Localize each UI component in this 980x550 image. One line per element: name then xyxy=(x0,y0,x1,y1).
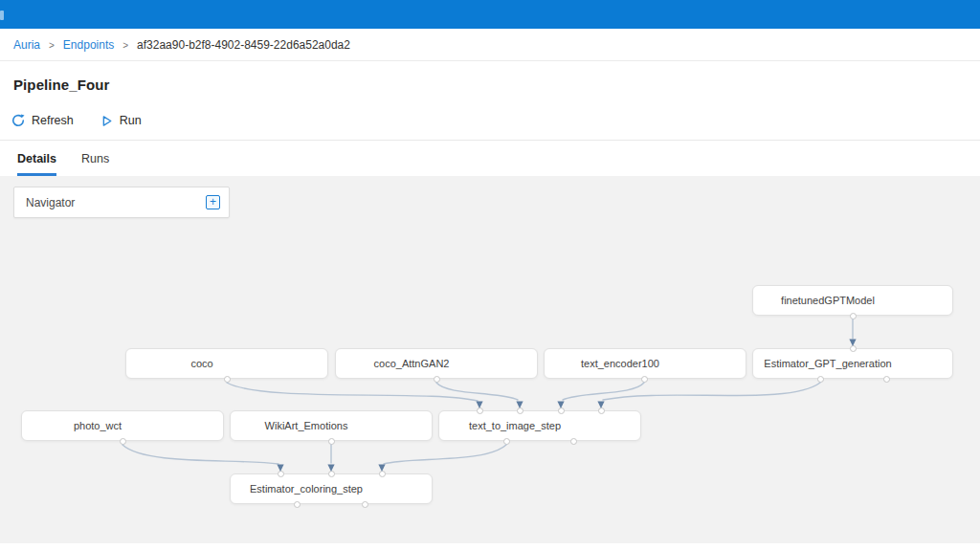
tab-bar: Details Runs xyxy=(0,141,980,176)
node-label: WikiArt_Emotions xyxy=(265,420,348,431)
node-label: text_to_image_step xyxy=(469,420,561,431)
node-coco-attngan2[interactable]: coco_AttnGAN2 xyxy=(335,348,538,379)
app-titlebar xyxy=(0,0,980,29)
breadcrumb-link-auria[interactable]: Auria xyxy=(13,38,40,52)
node-finetunedgptmodel[interactable]: finetunedGPTModel xyxy=(752,285,953,316)
navigator-expand-icon[interactable]: + xyxy=(206,195,220,209)
node-photo-wct[interactable]: photo_wct xyxy=(21,410,224,441)
port xyxy=(817,376,824,383)
node-coco[interactable]: coco xyxy=(125,348,328,379)
refresh-icon xyxy=(11,114,25,127)
refresh-label: Refresh xyxy=(32,114,74,127)
run-label: Run xyxy=(120,114,142,127)
port xyxy=(850,345,857,352)
port xyxy=(294,501,301,508)
node-label: coco_AttnGAN2 xyxy=(374,358,450,369)
node-estimator-coloring-step[interactable]: Estimator_coloring_step xyxy=(230,473,433,504)
port xyxy=(224,376,231,383)
port xyxy=(120,438,126,445)
port xyxy=(517,407,523,414)
port xyxy=(362,501,368,508)
node-label: Estimator_coloring_step xyxy=(250,483,363,495)
port xyxy=(328,471,335,477)
port xyxy=(598,407,605,414)
node-text-encoder100[interactable]: text_encoder100 xyxy=(544,348,746,379)
port xyxy=(570,438,577,445)
node-label: finetunedGPTModel xyxy=(781,295,875,306)
port xyxy=(503,438,510,445)
port xyxy=(434,376,440,383)
port xyxy=(379,471,386,477)
run-button[interactable]: Run xyxy=(100,114,142,127)
navigator-label: Navigator xyxy=(26,196,75,209)
breadcrumb-separator-icon: > xyxy=(122,40,128,51)
navigator-panel: Navigator + xyxy=(13,187,230,218)
breadcrumb: Auria > Endpoints > af32aa90-b2f8-4902-8… xyxy=(0,29,980,61)
node-label: text_encoder100 xyxy=(581,358,659,369)
node-label: coco xyxy=(190,358,212,369)
titlebar-artifact xyxy=(0,11,4,20)
breadcrumb-separator-icon: > xyxy=(49,40,55,51)
node-wikiart-emotions[interactable]: WikiArt_Emotions xyxy=(230,410,433,441)
node-label: photo_wct xyxy=(74,420,122,431)
port xyxy=(558,407,565,414)
tab-runs[interactable]: Runs xyxy=(81,152,109,176)
refresh-button[interactable]: Refresh xyxy=(11,114,74,127)
port xyxy=(883,376,890,383)
port xyxy=(328,438,335,445)
page-title: Pipeline_Four xyxy=(13,77,980,93)
command-bar: Refresh Run xyxy=(0,107,980,134)
tab-details[interactable]: Details xyxy=(17,152,56,176)
node-estimator-gpt-generation[interactable]: Estimator_GPT_generation xyxy=(752,348,953,379)
port xyxy=(850,313,857,319)
port xyxy=(641,376,648,383)
port xyxy=(278,471,284,477)
title-row: Pipeline_Four xyxy=(0,61,980,107)
node-text-to-image-step[interactable]: text_to_image_step xyxy=(438,410,641,441)
pipeline-canvas[interactable]: Navigator + finetunedGPTModel coco coco_… xyxy=(0,176,980,543)
port xyxy=(477,407,483,414)
breadcrumb-link-endpoints[interactable]: Endpoints xyxy=(63,38,114,52)
breadcrumb-current-endpoint-id: af32aa90-b2f8-4902-8459-22d6a52a0da2 xyxy=(137,38,350,52)
node-label: Estimator_GPT_generation xyxy=(764,358,891,369)
run-play-icon xyxy=(100,115,113,127)
